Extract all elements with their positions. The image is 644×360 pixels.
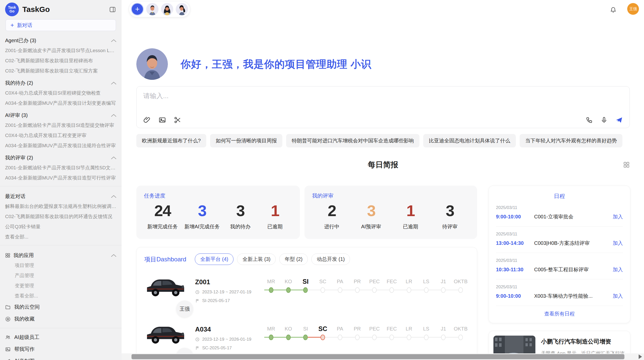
schedule-join-link[interactable]: 加入 bbox=[613, 240, 623, 247]
sidebar-tool-pen[interactable]: 创意制图 bbox=[0, 355, 122, 360]
sidebar-shortcut-star[interactable]: 我的收藏 bbox=[0, 313, 122, 325]
stat-value: 3 bbox=[357, 202, 385, 220]
schedule-join-link[interactable]: 加入 bbox=[613, 266, 623, 273]
sidebar-section-header[interactable]: 我的待办 (2) bbox=[0, 76, 122, 88]
milestone-dot[interactable] bbox=[441, 287, 446, 293]
dashboard-title: 项目Dashboard bbox=[144, 255, 186, 263]
sidebar-tool-photo[interactable]: 帮我写作 bbox=[0, 343, 122, 355]
sidebar-item[interactable]: Z001-全新燃油轻卡产品开发项目SI造型提交物评审 bbox=[0, 120, 122, 130]
briefing-title: 每日简报 bbox=[136, 160, 630, 170]
milestone-dot[interactable] bbox=[424, 335, 429, 340]
schedule-join-link[interactable]: 加入 bbox=[613, 293, 623, 299]
sidebar-item[interactable]: C0X4-动力总成开发项目SI里程碑提交物检查 bbox=[0, 88, 122, 98]
chat-input[interactable] bbox=[143, 92, 488, 109]
add-member-button[interactable]: + bbox=[131, 3, 144, 16]
layout-grid-icon[interactable] bbox=[623, 161, 630, 169]
milestone-label: LR bbox=[400, 324, 418, 333]
stat-label: 待评审 bbox=[436, 223, 464, 230]
milestone-dot[interactable] bbox=[372, 287, 377, 293]
milestone-dot[interactable] bbox=[389, 287, 394, 293]
new-chat-button[interactable]: + 新对话 bbox=[6, 19, 116, 31]
milestone-dot[interactable] bbox=[441, 335, 446, 340]
apps-view-all-link[interactable]: 查看全部... bbox=[0, 291, 122, 301]
suggestion-chip[interactable]: 当下年轻人对汽车外观有怎样的喜好趋势 bbox=[520, 134, 622, 147]
dashboard-filter-chip[interactable]: 全新上装 (3) bbox=[237, 253, 276, 265]
milestone-dot[interactable] bbox=[338, 335, 342, 340]
stat-item: 3AI预评审 bbox=[357, 202, 385, 230]
milestone-dot[interactable] bbox=[372, 335, 377, 340]
sidebar-item[interactable]: C02-飞腾新能源轻客改款项目立项汇报方案 bbox=[0, 66, 122, 76]
member-avatar-3[interactable] bbox=[176, 3, 188, 15]
milestone-dot[interactable] bbox=[407, 335, 411, 340]
milestone-connector bbox=[426, 290, 444, 290]
milestone-dot[interactable] bbox=[286, 335, 291, 340]
recent-chat-item[interactable]: 公司Q3轻卡销量 bbox=[0, 222, 122, 232]
dashboard-filter-chip[interactable]: 全新平台 (4) bbox=[195, 253, 233, 265]
milestone-dot[interactable] bbox=[320, 287, 325, 293]
app-item[interactable]: 项目管理 bbox=[0, 260, 122, 271]
member-avatar-2[interactable] bbox=[161, 3, 173, 15]
suggestion-chip[interactable]: 特朗普可能对进口汽车增税会对中国车企造成哪些影响 bbox=[286, 134, 419, 147]
sidebar-item[interactable]: C0X4-动力总成开发项目工程变更评审 bbox=[0, 130, 122, 141]
phone-icon[interactable] bbox=[586, 116, 593, 124]
collapse-sidebar-icon[interactable] bbox=[109, 6, 116, 13]
scrollbar-right-arrow[interactable] bbox=[639, 354, 642, 359]
sidebar-item[interactable]: Z001-全新燃油皮卡产品开发项目SI节点Lesson Learn报告 bbox=[0, 46, 122, 56]
sidebar-section-header[interactable]: Agent已办 (3) bbox=[0, 34, 122, 46]
sidebar-item[interactable]: Z001-全新燃油轻卡产品开发项目SI节点属性5D文件评审 bbox=[0, 163, 122, 173]
suggestion-chip[interactable]: 如何写一份清晰的项目周报 bbox=[210, 134, 282, 147]
milestone-dot[interactable] bbox=[355, 287, 360, 293]
sidebar-item[interactable]: A034-全新新能源MUV产品开发项目造型可行性评审 bbox=[0, 173, 122, 183]
milestone-dot[interactable] bbox=[424, 287, 429, 293]
suggestion-chip[interactable]: 比亚迪全固态电池计划具体说了什么 bbox=[423, 134, 516, 147]
suggestion-chips: 欧洲新规最近颁布了什么?如何写一份清晰的项目周报特朗普可能对进口汽车增税会对中国… bbox=[136, 134, 630, 147]
sidebar-item[interactable]: A034-全新新能源MUV产品开发项目法规符合性评审 bbox=[0, 141, 122, 151]
recent-chat-item[interactable]: 解释最新出台的欧盟报废车法规再生塑料比例被调至15%... bbox=[0, 201, 122, 212]
milestone-dot[interactable] bbox=[355, 335, 360, 340]
app-item[interactable]: 变更管理 bbox=[0, 281, 122, 291]
sidebar-shortcut-folder[interactable]: 我的云空间 bbox=[0, 301, 122, 313]
sidebar-tool-users[interactable]: AI超级员工 bbox=[0, 331, 122, 343]
milestone-dot[interactable] bbox=[286, 287, 291, 293]
milestone-dot[interactable] bbox=[303, 335, 308, 340]
scrollbar-thumb[interactable] bbox=[131, 354, 624, 359]
milestone-dot[interactable] bbox=[303, 287, 308, 293]
member-avatar-1[interactable] bbox=[146, 3, 158, 15]
sidebar-recent-header[interactable]: 最近对话 bbox=[0, 189, 122, 201]
milestone-dot[interactable] bbox=[458, 287, 463, 293]
send-icon[interactable] bbox=[615, 116, 623, 124]
scissors-icon[interactable] bbox=[174, 116, 181, 124]
milestone-dot[interactable] bbox=[320, 335, 325, 340]
milestone-dot[interactable] bbox=[269, 287, 273, 293]
recent-chat-item[interactable]: C02-飞腾新能源轻客改款项目的闭环通告反馈情况 bbox=[0, 212, 122, 222]
suggestion-chip[interactable]: 欧洲新规最近颁布了什么? bbox=[136, 134, 206, 147]
sidebar-apps-header[interactable]: 我的应用 bbox=[0, 248, 122, 260]
sidebar-section-header[interactable]: 我的评审 (2) bbox=[0, 151, 122, 163]
chevron-up-icon bbox=[111, 195, 116, 198]
app-item[interactable]: 产品管理 bbox=[0, 271, 122, 281]
stat-item: 3我的待办 bbox=[226, 202, 254, 230]
notification-bell-icon[interactable] bbox=[610, 6, 617, 14]
project-dashboard-card: 项目Dashboard 全新平台 (4)全新上装 (3)年型 (2)动总开发 (… bbox=[136, 247, 477, 360]
dashboard-filter-chip[interactable]: 年型 (2) bbox=[279, 253, 308, 265]
recent-view-all-link[interactable]: 查看全部... bbox=[0, 232, 122, 242]
microphone-icon[interactable] bbox=[601, 116, 608, 124]
sidebar-section-label: 我的待办 (2) bbox=[5, 80, 33, 86]
dashboard-filter-chip[interactable]: 动总开发 (1) bbox=[311, 253, 350, 265]
sidebar-item[interactable]: C02-飞腾新能源轻客改款项目里程碑画布 bbox=[0, 56, 122, 66]
attachment-icon[interactable] bbox=[143, 116, 151, 124]
milestone-dot[interactable] bbox=[269, 335, 273, 340]
milestone-dot[interactable] bbox=[458, 335, 463, 340]
schedule-view-all-link[interactable]: 查看所有日程 bbox=[496, 306, 623, 318]
sidebar-section-header[interactable]: AI评审 (3) bbox=[0, 108, 122, 120]
project-owner-badge[interactable]: 王强 bbox=[176, 301, 193, 317]
milestone-label: PA bbox=[331, 277, 349, 286]
milestone-dot[interactable] bbox=[389, 335, 394, 340]
sidebar-section-label: AI评审 (3) bbox=[5, 112, 28, 119]
schedule-join-link[interactable]: 加入 bbox=[613, 213, 623, 220]
image-icon[interactable] bbox=[158, 116, 166, 124]
milestone-dot[interactable] bbox=[338, 287, 342, 293]
user-avatar[interactable]: 王强 bbox=[627, 3, 639, 15]
sidebar-item[interactable]: A034-全新新能源MUV产品开发项目计划变更表编写 bbox=[0, 98, 122, 108]
milestone-dot[interactable] bbox=[407, 287, 411, 293]
